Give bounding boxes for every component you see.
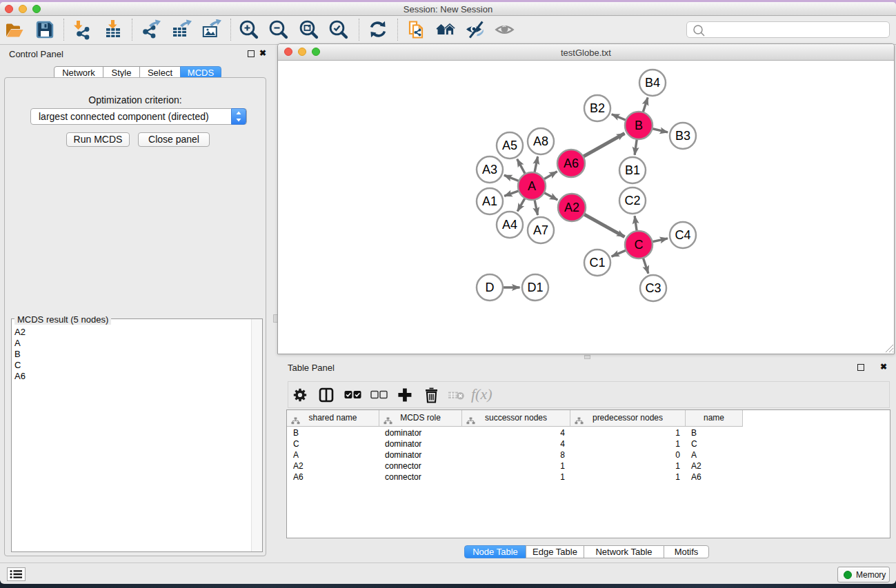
svg-text:B1: B1 — [625, 163, 640, 177]
svg-text:A3: A3 — [482, 163, 497, 176]
svg-text:B3: B3 — [675, 129, 690, 143]
svg-text:A1: A1 — [482, 194, 497, 208]
svg-text:D: D — [486, 281, 495, 294]
svg-text:C1: C1 — [589, 256, 605, 270]
svg-text:C3: C3 — [645, 281, 661, 295]
svg-text:B2: B2 — [590, 101, 605, 115]
svg-text:B4: B4 — [645, 76, 660, 90]
svg-text:A: A — [528, 179, 536, 193]
svg-text:A4: A4 — [502, 218, 517, 232]
svg-text:C: C — [635, 238, 644, 252]
svg-text:B: B — [635, 119, 643, 132]
svg-text:A5: A5 — [502, 139, 517, 152]
svg-text:A8: A8 — [533, 134, 548, 148]
svg-text:A2: A2 — [564, 201, 579, 214]
svg-text:C4: C4 — [675, 228, 690, 242]
svg-text:A6: A6 — [564, 156, 579, 170]
svg-text:C2: C2 — [624, 194, 640, 207]
svg-text:A7: A7 — [533, 223, 548, 237]
svg-text:D1: D1 — [527, 281, 543, 294]
